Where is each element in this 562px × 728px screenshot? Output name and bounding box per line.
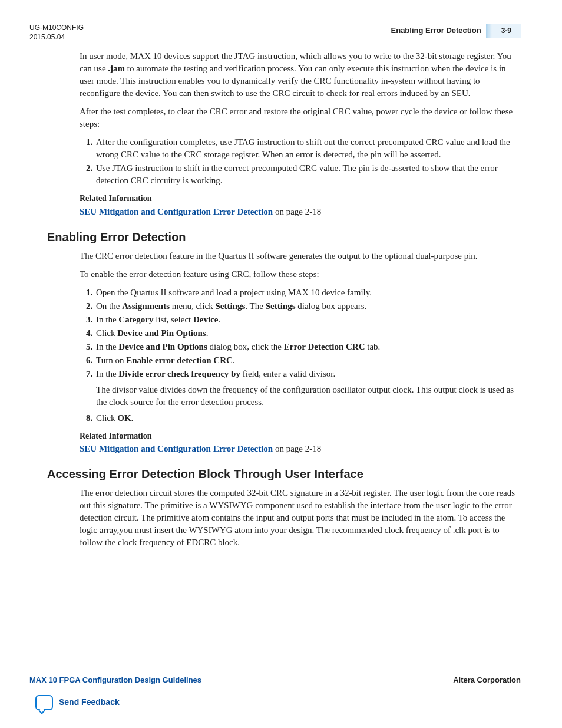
doc-date: 2015.05.04 (29, 33, 84, 42)
section1-p1: The CRC error detection feature in the Q… (80, 250, 521, 262)
feedback-icon (35, 695, 53, 710)
es-step-5: In the Device and Pin Options dialog box… (95, 341, 521, 353)
step-1: After the configuration completes, use J… (95, 136, 521, 161)
related-link-2[interactable]: SEU Mitigation and Configuration Error D… (80, 444, 273, 453)
footer-right: Altera Corporation (453, 675, 521, 686)
header-left: UG-M10CONFIG 2015.05.04 (29, 24, 84, 42)
section2-p1: The error detection circuit stores the c… (80, 487, 521, 549)
related-info-2: Related Information SEU Mitigation and C… (80, 430, 521, 456)
page-header: UG-M10CONFIG 2015.05.04 Enabling Error D… (29, 24, 521, 42)
para-after-test: After the test completes, to clear the C… (80, 106, 521, 130)
related-info-1: Related Information SEU Mitigation and C… (80, 193, 521, 218)
intro-paragraph: In user mode, MAX 10 devices support the… (80, 50, 521, 100)
related-suffix-2: on page 2-18 (273, 444, 321, 453)
section1-p2: To enable the error detection feature us… (80, 268, 521, 281)
header-right: Enabling Error Detection 3-9 (391, 24, 521, 38)
feedback-label: Send Feedback (59, 697, 120, 709)
section-heading-accessing: Accessing Error Detection Block Through … (47, 466, 521, 482)
page-number-tab: 3-9 (492, 24, 521, 38)
header-page-title: Enabling Error Detection (391, 25, 481, 36)
steps-clear-crc: After the configuration completes, use J… (80, 136, 521, 187)
related-heading-1: Related Information (80, 193, 521, 205)
related-heading-2: Related Information (80, 430, 521, 442)
es-step-1: Open the Quartus II software and load a … (95, 286, 521, 299)
steps-enable-detection: Open the Quartus II software and load a … (80, 286, 521, 424)
intro-bold: .jam (108, 64, 125, 73)
es-step-2: On the Assignments menu, click Settings.… (95, 300, 521, 312)
es-step-4: Click Device and Pin Options. (95, 327, 521, 340)
section-heading-enabling: Enabling Error Detection (47, 229, 521, 245)
es-step-6: Turn on Enable error detection CRC. (95, 354, 521, 367)
es-step-8: Click OK. (95, 412, 521, 424)
es-step-7: In the Divide error check frequency by f… (95, 368, 521, 409)
related-link-1[interactable]: SEU Mitigation and Configuration Error D… (80, 207, 273, 216)
send-feedback-button[interactable]: Send Feedback (35, 695, 120, 710)
footer-left-link[interactable]: MAX 10 FPGA Configuration Design Guideli… (29, 675, 201, 686)
page-footer: MAX 10 FPGA Configuration Design Guideli… (29, 675, 521, 686)
intro-text-b: to automate the testing and verification… (80, 64, 506, 98)
es-step-7-note: The divisor value divides down the frequ… (96, 384, 521, 409)
es-step-3: In the Category list, select Device. (95, 314, 521, 326)
step-2: Use JTAG instruction to shift in the cor… (95, 162, 521, 187)
doc-id: UG-M10CONFIG (29, 24, 84, 33)
related-suffix-1: on page 2-18 (273, 207, 321, 216)
